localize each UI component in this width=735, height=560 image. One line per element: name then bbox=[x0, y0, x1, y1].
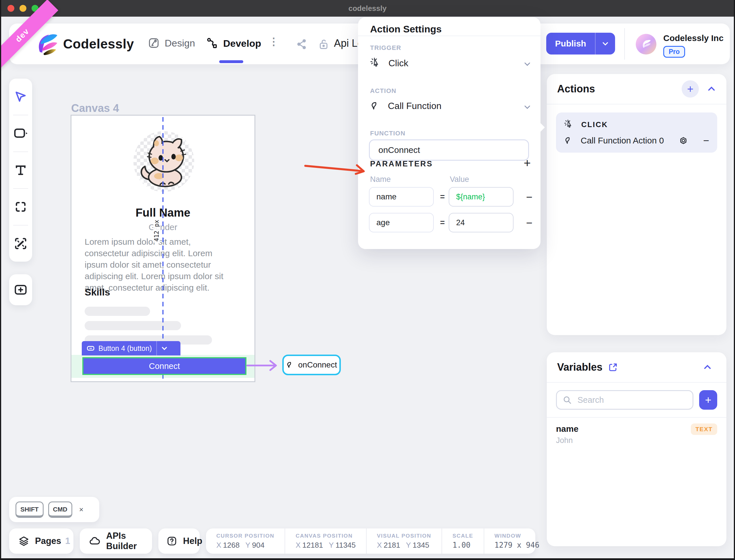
add-action-button[interactable]: + bbox=[682, 80, 699, 98]
collapse-actions-button[interactable] bbox=[707, 84, 716, 94]
card-bio-text[interactable]: Lorem ipsum dolor sit amet, consectetur … bbox=[85, 236, 235, 293]
card-skills-heading[interactable]: Skills bbox=[85, 287, 110, 298]
function-name-input[interactable]: onConnect bbox=[369, 139, 529, 161]
cursor-tool[interactable] bbox=[9, 79, 32, 115]
selected-widget-tag[interactable]: Button 4 (button) bbox=[82, 341, 180, 355]
chevron-up-icon bbox=[703, 363, 712, 372]
chevron-down-icon bbox=[602, 40, 609, 47]
layers-icon bbox=[18, 536, 29, 547]
rectangle-tool[interactable] bbox=[9, 115, 32, 151]
share-icon[interactable] bbox=[296, 38, 308, 50]
apis-builder-button[interactable]: APIs Builder bbox=[80, 528, 152, 554]
param-name-input[interactable]: name bbox=[369, 187, 434, 207]
account-name: Codelessly Inc bbox=[663, 33, 724, 43]
frame-tool[interactable] bbox=[9, 189, 32, 225]
text-tool[interactable] bbox=[9, 152, 32, 188]
visual-position-value: X2181Y1345 bbox=[377, 541, 431, 550]
call-function-icon bbox=[286, 361, 295, 369]
remove-parameter-button[interactable]: − bbox=[526, 192, 532, 203]
help-button[interactable]: Help bbox=[158, 528, 200, 554]
click-trigger-icon bbox=[370, 57, 382, 69]
window-size-label: WINDOW bbox=[495, 533, 540, 539]
open-variables-icon[interactable] bbox=[608, 362, 618, 372]
brand-name: Codelessly bbox=[63, 36, 134, 52]
window-section: WINDOW 1279 x 946 bbox=[484, 528, 550, 554]
tab-develop[interactable]: Develop bbox=[206, 37, 261, 49]
parameters-heading: PARAMETERS bbox=[370, 160, 433, 168]
account-avatar[interactable] bbox=[636, 34, 656, 55]
help-icon bbox=[166, 536, 177, 547]
canvas-title[interactable]: Canvas 4 bbox=[71, 102, 119, 114]
pages-button[interactable]: Pages 1 bbox=[9, 528, 73, 554]
publish-button[interactable]: Publish bbox=[546, 33, 615, 55]
action-settings-panel: Action Settings TRIGGER Click ACTION Cal… bbox=[358, 17, 540, 249]
equals-sign: = bbox=[440, 192, 445, 201]
pages-label: Pages bbox=[35, 536, 61, 546]
connect-button-label: Connect bbox=[149, 361, 180, 371]
search-input[interactable] bbox=[576, 395, 687, 405]
add-rect-icon bbox=[14, 283, 28, 296]
onconnect-chip[interactable]: onConnect bbox=[282, 355, 341, 375]
divider bbox=[358, 36, 540, 36]
actions-panel-title: Actions bbox=[557, 83, 595, 95]
help-label: Help bbox=[183, 536, 202, 546]
variable-search-field[interactable] bbox=[556, 390, 693, 410]
tab-design-label: Design bbox=[165, 38, 195, 49]
add-element-tool[interactable] bbox=[9, 274, 32, 305]
app-window: codelessly dev Codelessly Design bbox=[0, 0, 735, 560]
collapse-variables-button[interactable] bbox=[699, 359, 716, 376]
width-ruler-label: 412 px bbox=[153, 219, 160, 243]
rectangle-icon bbox=[13, 127, 28, 140]
skeleton-bar bbox=[85, 307, 150, 316]
remove-action-button[interactable]: − bbox=[703, 135, 709, 146]
shift-keycap: SHIFT bbox=[15, 501, 44, 518]
connect-button[interactable]: Connect bbox=[82, 357, 246, 375]
tab-develop-label: Develop bbox=[223, 38, 261, 49]
search-icon bbox=[563, 395, 572, 405]
tag-dropdown[interactable] bbox=[157, 345, 172, 352]
avatar-logo-icon bbox=[641, 39, 651, 49]
remove-parameter-button[interactable]: − bbox=[526, 217, 532, 228]
text-icon bbox=[14, 164, 27, 176]
call-function-icon bbox=[564, 136, 574, 145]
param-value-column: Value bbox=[450, 175, 469, 184]
chevron-down-icon[interactable] bbox=[523, 60, 531, 70]
add-variable-button[interactable]: + bbox=[699, 390, 717, 410]
design-pen-icon bbox=[148, 37, 160, 49]
more-options-icon[interactable]: ⋮ bbox=[269, 40, 279, 44]
tab-design[interactable]: Design bbox=[148, 37, 195, 49]
gear-icon bbox=[678, 136, 688, 145]
external-link-icon bbox=[608, 362, 618, 372]
trigger-select[interactable]: Click bbox=[370, 57, 408, 69]
magic-wand-tool[interactable] bbox=[9, 225, 32, 262]
canvas-position-value: X12181Y11345 bbox=[295, 541, 355, 550]
variable-row[interactable]: name John TEXT bbox=[547, 418, 726, 445]
action-settings-gear-button[interactable] bbox=[678, 136, 688, 145]
cursor-position-value: X1268Y904 bbox=[216, 541, 274, 550]
close-hints-icon[interactable]: × bbox=[79, 505, 83, 514]
apis-builder-label: APIs Builder bbox=[106, 531, 152, 551]
develop-route-icon bbox=[206, 37, 218, 49]
cmd-keycap: CMD bbox=[48, 501, 72, 518]
chevron-down-icon[interactable] bbox=[523, 103, 531, 113]
scale-section: SCALE 1.00 bbox=[442, 528, 484, 554]
window-title: codelessly bbox=[1, 4, 734, 13]
param-value-text: 24 bbox=[456, 218, 465, 227]
param-name-input[interactable]: age bbox=[369, 213, 434, 232]
param-value-input[interactable]: ${name} bbox=[449, 187, 514, 207]
call-function-icon bbox=[370, 100, 381, 111]
variable-type-badge: TEXT bbox=[691, 423, 717, 435]
nav-divider bbox=[624, 28, 625, 60]
publish-dropdown[interactable] bbox=[596, 40, 615, 47]
action-item-card[interactable]: CLICK Call Function Action 0 − bbox=[556, 112, 717, 153]
lock-icon[interactable] bbox=[318, 38, 329, 50]
param-name-text: name bbox=[376, 192, 396, 201]
frame-brackets-icon bbox=[14, 201, 27, 213]
add-parameter-button[interactable]: + bbox=[524, 157, 531, 169]
action-select[interactable]: Call Function bbox=[370, 100, 442, 111]
button-widget-icon bbox=[87, 345, 94, 351]
onconnect-chip-label: onConnect bbox=[298, 360, 337, 370]
click-trigger-icon bbox=[564, 119, 574, 130]
param-value-input[interactable]: 24 bbox=[449, 213, 514, 232]
scale-label: SCALE bbox=[452, 533, 473, 539]
